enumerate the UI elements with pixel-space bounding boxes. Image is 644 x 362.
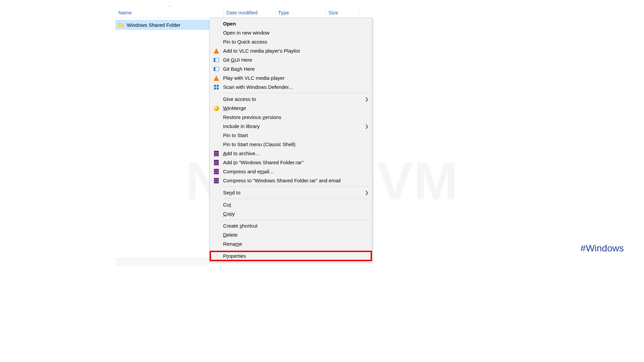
menu-properties-label: Properties xyxy=(223,253,369,259)
menu-separator xyxy=(223,93,369,93)
file-row-selected[interactable]: Windows Shared Folder xyxy=(116,20,209,29)
menu-separator xyxy=(223,186,369,187)
folder-icon xyxy=(118,22,124,27)
menu-git-gui[interactable]: Git GUI Here xyxy=(210,55,371,64)
menu-copy[interactable]: Copy xyxy=(210,209,371,218)
status-bar xyxy=(116,258,209,266)
menu-restore-label: Restore previous versions xyxy=(223,114,369,120)
menu-cut[interactable]: Cut xyxy=(210,200,371,209)
menu-separator xyxy=(223,220,369,220)
menu-add-archive[interactable]: Add to archive... xyxy=(210,149,371,158)
menu-compress-rar-email-label: Compress to "Windows Shared Folder.rar" … xyxy=(223,178,369,183)
menu-compress-rar-email[interactable]: Compress to "Windows Shared Folder.rar" … xyxy=(210,176,371,185)
menu-include-library[interactable]: Include in library ❯ xyxy=(210,122,371,131)
archive-icon xyxy=(213,177,220,184)
chevron-right-icon: ❯ xyxy=(365,124,369,129)
winmerge-icon xyxy=(213,105,220,112)
archive-icon xyxy=(213,150,220,157)
menu-open[interactable]: Open xyxy=(210,19,371,28)
menu-add-vlc-playlist[interactable]: Add to VLC media player's Playlist xyxy=(210,46,371,55)
column-header-name[interactable]: Name ˄ xyxy=(116,7,224,18)
menu-add-to-rar-label: Add to "Windows Shared Folder.rar" xyxy=(223,160,369,165)
menu-copy-label: Copy xyxy=(223,211,369,217)
defender-shield-icon xyxy=(213,84,220,90)
menu-winmerge[interactable]: WinMerge xyxy=(210,104,371,113)
column-header-size[interactable]: Size xyxy=(326,7,359,18)
menu-include-library-label: Include in library xyxy=(223,123,365,129)
menu-add-vlc-label: Add to VLC media player's Playlist xyxy=(223,48,369,54)
svg-rect-1 xyxy=(217,85,219,87)
menu-play-vlc-label: Play with VLC media player xyxy=(223,75,369,81)
archive-icon xyxy=(213,159,220,166)
file-name-label: Windows Shared Folder xyxy=(127,22,180,28)
column-headers: Name ˄ Date modified Type Size xyxy=(116,7,372,18)
vlc-icon xyxy=(213,48,220,54)
svg-rect-0 xyxy=(214,85,216,87)
svg-rect-2 xyxy=(214,87,216,89)
column-header-date[interactable]: Date modified xyxy=(224,7,275,18)
menu-pin-start[interactable]: Pin to Start xyxy=(210,131,371,140)
menu-pin-start-classic[interactable]: Pin to Start menu (Classic Shell) xyxy=(210,140,371,149)
column-header-type[interactable]: Type xyxy=(275,7,326,18)
menu-open-new-window-label: Open in new window xyxy=(223,30,369,36)
git-bash-icon xyxy=(213,66,220,72)
menu-give-access[interactable]: Give access to ❯ xyxy=(210,95,371,104)
menu-git-bash[interactable]: Git Bash Here xyxy=(210,64,371,73)
chevron-right-icon: ❯ xyxy=(365,190,369,195)
context-menu: Open Open in new window Pin to Quick acc… xyxy=(209,18,372,262)
vlc-icon xyxy=(213,75,220,81)
menu-pin-start-classic-label: Pin to Start menu (Classic Shell) xyxy=(223,141,369,147)
menu-add-to-rar[interactable]: Add to "Windows Shared Folder.rar" xyxy=(210,158,371,167)
menu-pin-start-label: Pin to Start xyxy=(223,132,369,138)
menu-send-to-label: Send to xyxy=(223,190,365,195)
menu-delete[interactable]: Delete xyxy=(210,230,371,239)
menu-give-access-label: Give access to xyxy=(223,96,365,102)
menu-pin-quick-access[interactable]: Pin to Quick access xyxy=(210,37,371,46)
column-header-date-label: Date modified xyxy=(226,10,258,15)
column-header-name-label: Name xyxy=(118,10,132,15)
column-header-size-label: Size xyxy=(328,10,338,15)
menu-create-shortcut-label: Create shortcut xyxy=(223,223,369,229)
menu-rename[interactable]: Rename xyxy=(210,239,371,248)
menu-pin-quick-label: Pin to Quick access xyxy=(223,39,369,45)
menu-delete-label: Delete xyxy=(223,232,369,238)
menu-scan-defender-label: Scan with Windows Defender... xyxy=(223,84,369,90)
menu-separator xyxy=(223,250,369,250)
archive-icon xyxy=(213,168,220,175)
menu-open-new-window[interactable]: Open in new window xyxy=(210,28,371,37)
menu-separator xyxy=(223,198,369,199)
svg-rect-3 xyxy=(217,87,219,89)
menu-git-bash-label: Git Bash Here xyxy=(223,66,369,72)
menu-winmerge-label: WinMerge xyxy=(223,105,369,111)
menu-scan-defender[interactable]: Scan with Windows Defender... xyxy=(210,82,371,92)
menu-rename-label: Rename xyxy=(223,241,369,247)
git-gui-icon xyxy=(213,57,220,63)
menu-cut-label: Cut xyxy=(223,202,369,207)
chevron-right-icon: ❯ xyxy=(365,97,369,102)
menu-compress-email[interactable]: Compress and email... xyxy=(210,167,371,176)
menu-open-label: Open xyxy=(223,21,369,26)
sort-ascending-icon: ˄ xyxy=(169,5,171,10)
menu-compress-email-label: Compress and email... xyxy=(223,169,369,174)
menu-properties[interactable]: Properties xyxy=(210,251,371,260)
menu-create-shortcut[interactable]: Create shortcut xyxy=(210,221,371,230)
menu-add-archive-label: Add to archive... xyxy=(223,150,369,156)
menu-send-to[interactable]: Send to ❯ xyxy=(210,188,371,197)
menu-play-vlc[interactable]: Play with VLC media player xyxy=(210,73,371,82)
hashtag-label: #Windows xyxy=(581,243,624,254)
column-header-type-label: Type xyxy=(278,10,289,15)
menu-restore-versions[interactable]: Restore previous versions xyxy=(210,113,371,122)
menu-git-gui-label: Git GUI Here xyxy=(223,57,369,63)
